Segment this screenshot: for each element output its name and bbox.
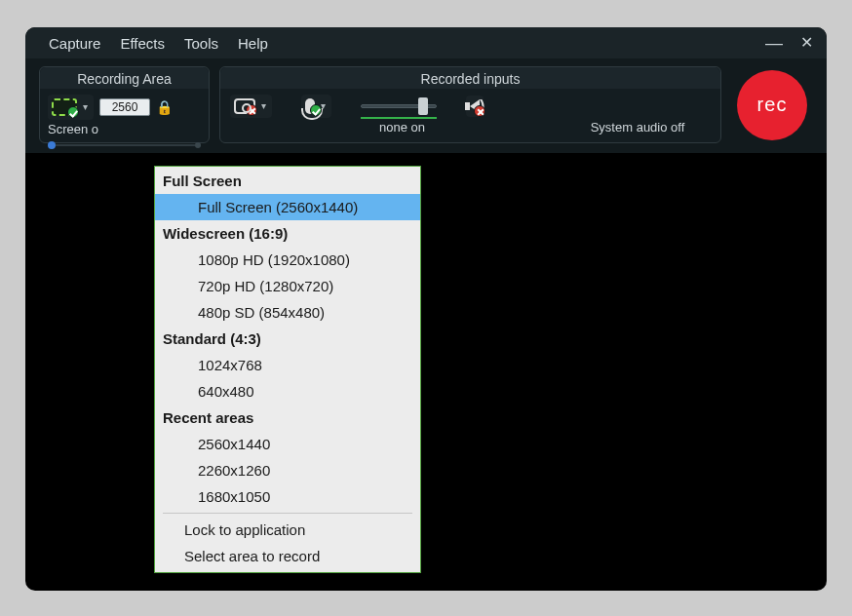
dropdown-item-recent-1680x1050[interactable]: 1680x1050 (155, 483, 420, 510)
dropdown-separator (163, 513, 412, 514)
fullscreen-icon (52, 98, 77, 116)
window-controls: — ✕ (765, 33, 813, 54)
webcam-button[interactable]: ▾ (230, 95, 272, 118)
screen-label: Screen o (40, 122, 209, 142)
dropdown-action-lock-to-application[interactable]: Lock to application (155, 517, 420, 543)
panel-recorded-inputs-title: Recorded inputs (220, 67, 720, 89)
area-dropdown: Full Screen Full Screen (2560x1440) Wide… (154, 166, 421, 573)
disabled-icon (246, 104, 257, 116)
disabled-icon (474, 105, 485, 117)
system-audio-group (466, 96, 484, 117)
close-button[interactable]: ✕ (800, 33, 813, 54)
record-button[interactable]: rec (737, 70, 807, 140)
menu-effects[interactable]: Effects (110, 33, 174, 54)
check-icon (67, 106, 79, 118)
check-icon (310, 104, 322, 116)
app-window: Capture Effects Tools Help — ✕ Recording… (25, 27, 827, 591)
webcam-icon (234, 98, 255, 114)
microphone-label: none on (308, 120, 435, 135)
mic-volume-slider[interactable] (361, 104, 437, 108)
chevron-down-icon: ▾ (81, 102, 90, 112)
menu-capture[interactable]: Capture (39, 33, 110, 54)
system-audio-button[interactable] (466, 96, 484, 117)
screen-select-button[interactable]: ▾ (48, 95, 94, 120)
slider-thumb[interactable] (418, 97, 428, 115)
menu-help[interactable]: Help (228, 33, 278, 54)
dropdown-item-640x480[interactable]: 640x480 (155, 378, 420, 404)
panel-recording-area-title: Recording Area (40, 67, 209, 89)
lock-icon[interactable]: 🔒 (156, 99, 173, 115)
dropdown-item-recent-2560x1440[interactable]: 2560x1440 (155, 431, 420, 457)
dropdown-item-1024x768[interactable]: 1024x768 (155, 352, 420, 378)
dropdown-header-recent: Recent areas (155, 404, 420, 431)
level-indicator (361, 117, 437, 119)
microphone-button[interactable]: ▾ (301, 95, 331, 118)
dropdown-item-recent-2260x1260[interactable]: 2260x1260 (155, 457, 420, 483)
menu-bar: Capture Effects Tools Help — ✕ (25, 27, 827, 58)
menu-tools[interactable]: Tools (174, 33, 228, 54)
dropdown-item-fullscreen-2560x1440[interactable]: Full Screen (2560x1440) (155, 194, 420, 220)
toolbar: Recording Area ▾ 2560 🔒 Screen o Recorde… (25, 58, 827, 153)
microphone-group: ▾ (301, 95, 331, 118)
panel-recording-area: Recording Area ▾ 2560 🔒 Screen o (39, 66, 210, 143)
record-button-wrap: rec (731, 66, 813, 143)
webcam-group: ▾ (230, 95, 272, 118)
chevron-down-icon: ▾ (259, 101, 268, 111)
dimensions-group: 2560 (99, 98, 150, 116)
panel-recorded-inputs: Recorded inputs ▾ ▾ (219, 66, 721, 143)
dropdown-header-standard: Standard (4:3) (155, 326, 420, 352)
system-audio-label: System audio off (564, 120, 711, 135)
dropdown-item-720p[interactable]: 720p HD (1280x720) (155, 273, 420, 299)
width-input[interactable]: 2560 (99, 98, 150, 116)
mic-volume-group (361, 104, 437, 108)
area-slider[interactable] (48, 144, 201, 146)
dropdown-item-480p[interactable]: 480p SD (854x480) (155, 299, 420, 326)
minimize-button[interactable]: — (765, 33, 783, 54)
dropdown-item-1080p[interactable]: 1080p HD (1920x1080) (155, 247, 420, 273)
dropdown-header-widescreen: Widescreen (16:9) (155, 220, 420, 247)
dropdown-header-fullscreen: Full Screen (155, 167, 420, 194)
dropdown-action-select-area[interactable]: Select area to record (155, 543, 420, 572)
